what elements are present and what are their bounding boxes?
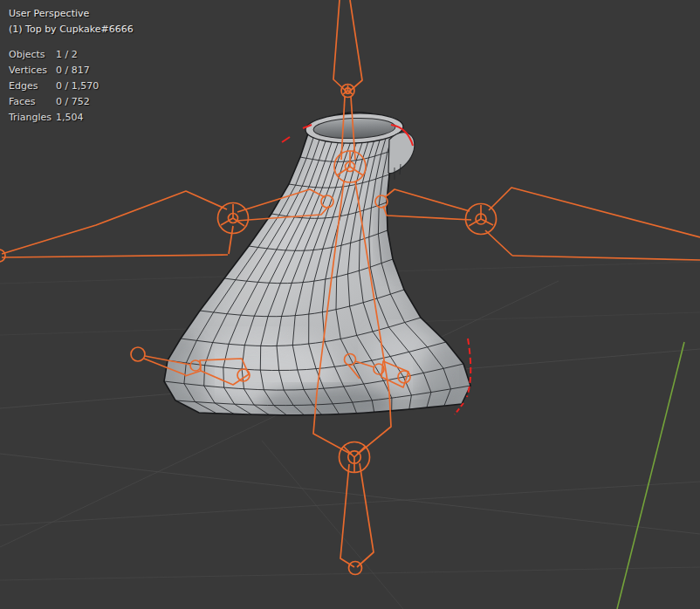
3d-viewport[interactable]: User Perspective (1) Top by Cupkake#6666…: [0, 0, 700, 609]
viewport-scene: [0, 0, 700, 609]
mesh-object[interactable]: [157, 112, 470, 425]
y-axis-line: [617, 342, 684, 609]
